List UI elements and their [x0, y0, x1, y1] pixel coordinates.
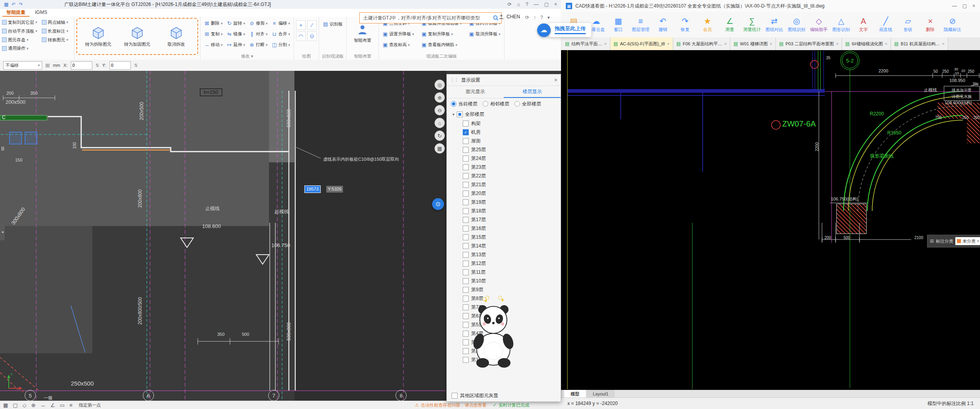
radio-icon[interactable] [451, 101, 456, 107]
panel-header[interactable]: ⋮⋮ 显示设置 × [447, 74, 561, 86]
modify-button[interactable]: ∥ 对齐 ▾ [247, 31, 269, 37]
x-input[interactable] [71, 61, 92, 70]
toolbar-button[interactable]: ↷ 恢复 [674, 17, 696, 33]
toolbar-button[interactable]: ∑ 测量统计 [741, 17, 763, 33]
floor-row[interactable]: 屋面 [447, 136, 561, 145]
modify-button[interactable]: ⊘ 修剪 ▾ [247, 20, 269, 26]
window-control-icon[interactable]: ▢ [962, 3, 967, 9]
floor-row[interactable]: 第12层 [447, 259, 561, 268]
drawing-tab[interactable]: ▤ W01 楼梯详图 × [730, 37, 775, 50]
floor-checkbox[interactable] [463, 208, 469, 214]
window-control-icon[interactable]: ⟳ [508, 2, 512, 7]
status-tool-icon[interactable]: ∠ [51, 402, 55, 408]
close-icon[interactable]: × [604, 41, 606, 46]
float-locate-button[interactable]: ⊙ [432, 198, 444, 210]
search-icon[interactable] [493, 15, 499, 21]
toolbar-button[interactable]: ★ 会员 [696, 17, 719, 33]
floor-row[interactable]: 第18层 [447, 206, 561, 215]
layout-tab[interactable]: 模型 [564, 390, 586, 398]
canvas-tool-icon[interactable]: ◎ [434, 80, 445, 90]
close-icon[interactable]: × [667, 41, 669, 46]
slab-edit-button[interactable]: ▣ 设置升降板 ▾ [381, 31, 416, 37]
grid-icon[interactable]: ⊞ [45, 62, 50, 68]
floor-row[interactable]: 第15层 [447, 233, 561, 242]
floor-checkbox[interactable] [463, 243, 469, 249]
dynamic-x-input[interactable]: 19573 [304, 185, 321, 193]
modify-button[interactable]: ↔ 移动 ▾ [203, 42, 224, 48]
gray-display-checkbox[interactable] [452, 393, 458, 399]
floor-checkbox[interactable] [463, 191, 469, 197]
toolbar-button[interactable]: ◎ 图纸识别 [785, 17, 808, 33]
canvas-tool-icon[interactable]: ⊕ [434, 92, 445, 103]
floor-row[interactable]: 第20层 [447, 189, 561, 198]
toolbar-button[interactable]: ▦ 窗口 [607, 17, 629, 33]
radio-option[interactable]: 相邻楼层 [483, 101, 509, 107]
floor-row[interactable]: 第16层 [447, 224, 561, 233]
quick-tool-button[interactable]: 长度标注 ▾ [42, 28, 72, 34]
upload-hint[interactable]: ☁ 拖拽至此上传 [537, 23, 591, 37]
drawing-tab[interactable]: ▤ B11 机房屋面结构… × [891, 37, 948, 50]
ribbon-tab[interactable]: IGMS [31, 9, 51, 17]
stepper-icon[interactable]: ⇅ [134, 63, 138, 68]
annotation-category-select[interactable]: 未分类 ▾ [955, 237, 980, 245]
stepper-icon[interactable]: ⇅ [95, 63, 99, 68]
toolbar-button[interactable]: ↶ 撤销 [652, 17, 674, 33]
close-icon[interactable]: × [942, 41, 945, 46]
floor-checkbox[interactable] [463, 156, 469, 162]
general-operations-button[interactable]: 通用操作 ▾ [2, 45, 72, 51]
legality-warning[interactable]: ⚠ 合法性检查存在问题，请点击查看 [415, 402, 487, 408]
user-account[interactable]: CHEN [498, 14, 520, 20]
y-input[interactable] [109, 61, 131, 70]
toolbar-button[interactable]: ≡ 图层管理 [629, 17, 652, 33]
status-tool-icon[interactable]: ≡ [69, 402, 72, 408]
slab-edit-button[interactable]: ▣ 查改标高 ▾ [381, 42, 416, 48]
radio-option[interactable]: 当前楼层 [451, 101, 477, 107]
window-control-icon[interactable]: ? [526, 2, 528, 7]
quick-tool-button[interactable]: 复制到其它层 ▾ [2, 19, 42, 25]
floor-checkbox[interactable] [463, 278, 469, 284]
account-icon[interactable]: ↑ [534, 15, 536, 20]
floor-row[interactable]: 第23层 [447, 163, 561, 171]
close-icon[interactable]: × [836, 41, 838, 46]
modify-button[interactable]: ⇋ 镜像 ▾ [225, 31, 247, 37]
recognize-slab-button[interactable]: ▤ 识别板 [321, 21, 344, 27]
floor-row[interactable]: 第11层 [447, 268, 561, 277]
floor-checkbox[interactable] [463, 217, 469, 223]
modify-button[interactable]: ◫ 分割 ▾ [270, 42, 292, 48]
close-icon[interactable]: × [724, 41, 727, 46]
drawing-tab[interactable]: ▤ 结构平法平面… × [562, 37, 610, 50]
status-tool-icon[interactable]: ◇ [23, 402, 27, 408]
radio-option[interactable]: 全部楼层 [514, 101, 541, 107]
floor-checkbox[interactable] [463, 147, 469, 153]
panda-mascot[interactable] [464, 294, 523, 376]
floor-checkbox[interactable] [463, 226, 469, 232]
canvas-tool-icon[interactable]: ⌂ [434, 118, 445, 128]
window-control-icon[interactable]: ▢ [544, 2, 549, 7]
window-control-icon[interactable]: — [952, 3, 957, 9]
toolbar-button[interactable]: ◇ 编辑助手 [808, 17, 830, 33]
floor-row[interactable]: 第9层 [447, 285, 561, 294]
toolbar-button[interactable]: △ 图形识别 [830, 17, 852, 33]
panel-tab[interactable]: 楼层显示 [504, 86, 561, 98]
toolbar-button[interactable]: A 文字 [852, 17, 875, 33]
close-icon[interactable]: × [885, 41, 887, 46]
drawing-tab[interactable]: ▤ 6#楼锚模浇化图 × [842, 37, 891, 50]
titlebar-icon[interactable]: ↷ [19, 2, 23, 7]
modify-button[interactable]: ≡ 偏移 ▾ [270, 20, 292, 26]
close-icon[interactable]: × [770, 41, 772, 46]
drawing-tab[interactable]: ▤ P03 二层结构平面布置图 × [776, 37, 842, 50]
floor-row[interactable]: 第21层 [447, 180, 561, 189]
toolbar-button[interactable]: ⇄ 图纸对比 [763, 17, 785, 33]
slab-edit-button[interactable]: ▣ 取消升降板 ▾ [467, 31, 502, 37]
draw-tool-icon[interactable]: ∕ [307, 20, 317, 30]
toolbar-button[interactable]: ╱ 画直线 [875, 17, 897, 33]
status-tool-icon[interactable]: ▭ [60, 402, 64, 408]
floor-checkbox[interactable] [463, 269, 469, 275]
radio-icon[interactable] [514, 101, 520, 107]
canvas-tool-icon[interactable]: ↻ [434, 130, 445, 141]
account-icon[interactable]: ? [540, 15, 543, 20]
draw-tool-icon[interactable]: ⊙ [307, 31, 317, 41]
floor-checkbox[interactable] [463, 121, 469, 127]
status-tool-icon[interactable]: ⊕ [31, 402, 36, 408]
search-input[interactable] [362, 15, 491, 21]
